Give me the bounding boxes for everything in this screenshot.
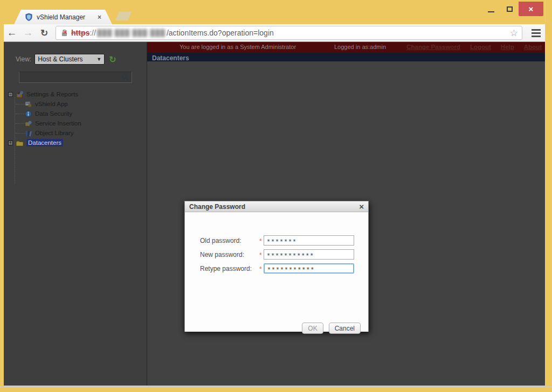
tree-item-data-security[interactable]: Data Security <box>8 109 143 118</box>
tree-item-object-library[interactable]: Object Library <box>8 128 143 138</box>
cancel-button[interactable]: Cancel <box>329 323 361 334</box>
tree-item-label: Datacenters <box>26 139 63 146</box>
help-link[interactable]: Help <box>501 44 514 50</box>
header-links: Change Password Logout Help About <box>406 44 542 50</box>
collapse-icon[interactable]: − <box>8 92 13 97</box>
tree-item-label: Service Insertion <box>35 120 81 127</box>
tree-item-label: Data Security <box>35 110 72 117</box>
chevron-down-icon: ▼ <box>96 57 101 62</box>
new-password-row: New password: * <box>185 249 368 260</box>
view-label: View: <box>16 55 31 63</box>
minimize-button[interactable] <box>482 2 500 16</box>
tree-item-service-insertion[interactable]: Service Insertion <box>8 118 143 128</box>
app-lock-icon <box>24 100 32 108</box>
library-icon <box>24 129 32 137</box>
dialog-close-icon[interactable]: × <box>359 202 364 211</box>
address-bar[interactable]: × https://███ ███ ███ ███/actionItems.do… <box>56 26 522 40</box>
insecure-lock-icon: × <box>60 29 69 37</box>
about-link[interactable]: About <box>524 44 542 50</box>
window-controls: × <box>482 2 543 16</box>
refresh-icon[interactable]: ↻ <box>109 54 116 65</box>
maximize-button[interactable] <box>500 2 519 16</box>
folder-icon <box>16 139 24 147</box>
change-password-link[interactable]: Change Password <box>406 44 460 50</box>
dialog-body: Old password: * New password: * Retype p… <box>185 212 368 332</box>
window-close-icon: × <box>529 4 534 13</box>
section-title-bar: Datacenters <box>147 53 545 61</box>
status-header-bar: You are logged in as a System Administra… <box>147 42 545 53</box>
old-password-row: Old password: * <box>185 235 368 246</box>
tree-connector-line <box>15 97 15 184</box>
retype-password-label: Retype password: <box>200 265 252 272</box>
url-separator: :// <box>89 29 96 37</box>
tree-item-settings-reports[interactable]: − Settings & Reports <box>8 89 143 99</box>
view-dropdown-value: Host & Clusters <box>38 55 96 63</box>
toolbox-icon <box>16 90 24 99</box>
url-scheme: https <box>71 29 89 37</box>
view-dropdown[interactable]: Host & Clusters ▼ <box>34 54 105 65</box>
tree-item-label: Object Library <box>35 130 74 136</box>
logout-link[interactable]: Logout <box>470 44 491 50</box>
dialog-titlebar: Change Password × <box>185 201 368 212</box>
search-input[interactable] <box>19 72 121 82</box>
retype-password-row: Retype password: * <box>185 263 368 274</box>
forward-icon[interactable]: → <box>20 27 36 39</box>
dialog-buttons: OK Cancel <box>302 323 361 334</box>
maximize-icon <box>507 6 513 12</box>
search-box <box>19 72 132 83</box>
retype-password-field[interactable] <box>264 263 354 274</box>
chrome-menu-icon[interactable] <box>528 26 544 40</box>
browser-toolbar: ← → ↻ × https://███ ███ ███ ███/actionIt… <box>4 24 548 42</box>
required-asterisk: * <box>259 265 262 273</box>
info-icon <box>24 110 32 118</box>
required-asterisk: * <box>259 237 262 245</box>
back-icon[interactable]: ← <box>4 27 20 39</box>
browser-window: × vShield Manager × ← → ↻ × https://███ … <box>0 0 552 392</box>
dialog-title: Change Password <box>189 203 359 211</box>
new-password-label: New password: <box>200 251 244 258</box>
page-content: View: Host & Clusters ▼ ↻ − <box>4 42 545 386</box>
window-frame-bottom <box>0 387 552 392</box>
sidebar: View: Host & Clusters ▼ ↻ − <box>4 42 147 386</box>
bookmark-star-icon[interactable]: ☆ <box>510 27 518 39</box>
browser-tab[interactable]: vShield Manager × <box>14 10 112 24</box>
reload-icon[interactable]: ↻ <box>36 27 52 39</box>
tree-item-vshield-app[interactable]: vShield App <box>8 99 143 109</box>
tree-item-datacenters[interactable]: + Datacenters <box>8 138 143 148</box>
logged-in-as-text: Logged in as:admin <box>334 44 386 50</box>
old-password-label: Old password: <box>200 237 242 244</box>
section-title: Datacenters <box>152 54 189 62</box>
old-password-field[interactable] <box>264 235 354 246</box>
service-gear-icon <box>24 120 32 128</box>
window-frame-right <box>545 0 552 392</box>
ok-button[interactable]: OK <box>302 323 323 334</box>
vshield-favicon-icon <box>25 13 33 21</box>
required-asterisk: * <box>259 251 262 259</box>
expand-icon[interactable]: + <box>8 141 13 145</box>
minimize-icon <box>488 11 494 12</box>
url-path: /actionItems.do?operation=login <box>167 29 274 37</box>
window-close-button[interactable]: × <box>519 2 543 16</box>
tree-item-label: Settings & Reports <box>26 91 78 97</box>
login-status-text: You are logged in as a System Administra… <box>180 44 296 50</box>
navigation-tree: − Settings & Reports <box>8 89 143 148</box>
new-tab-button[interactable] <box>115 12 132 20</box>
url-host-redacted: ███ ███ ███ ███ <box>97 29 165 37</box>
search-icon[interactable] <box>121 73 129 81</box>
insecure-x-icon: × <box>63 28 67 36</box>
tree-item-label: vShield App <box>35 101 68 107</box>
new-password-field[interactable] <box>264 249 354 260</box>
tab-title: vShield Manager <box>37 13 94 21</box>
change-password-dialog: Change Password × Old password: * New pa… <box>184 201 369 332</box>
tab-close-icon[interactable]: × <box>98 13 101 21</box>
